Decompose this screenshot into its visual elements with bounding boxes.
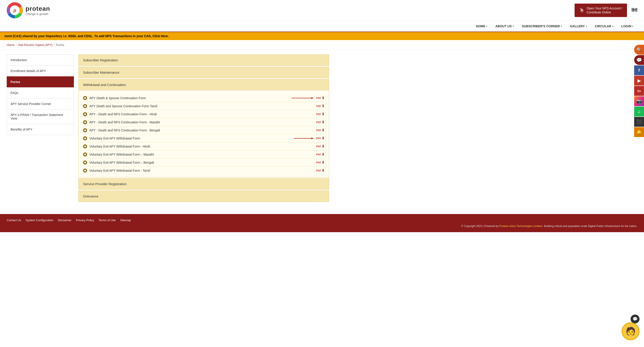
pdf-badge[interactable]: PDF ⬇ xyxy=(316,96,324,100)
nps-icon: 🖱 xyxy=(579,7,584,14)
pdf-badge[interactable]: PDF ⬇ xyxy=(316,136,324,140)
pdf-badge[interactable]: PDF ⬇ xyxy=(316,144,324,148)
bullet-icon xyxy=(83,96,87,100)
accordion-withdrawal-continuation[interactable]: Withdrawal and Continuation xyxy=(78,79,329,90)
footer-link-terms[interactable]: Terms of Use xyxy=(98,218,116,222)
logo-circle-icon: p xyxy=(7,2,23,18)
bullet-icon xyxy=(83,128,87,132)
bullet-icon xyxy=(83,152,87,156)
sidebar-item-benefits[interactable]: Benefits of APY xyxy=(7,124,74,135)
quora-icon-btn[interactable]: Qu xyxy=(634,86,644,96)
list-item: Voluntary Exit APY Withdrawal Form - Hin… xyxy=(83,142,324,150)
footer-link-disclaimer[interactable]: Disclaimer xyxy=(58,218,72,222)
pdf-badge[interactable]: PDF ⬇ xyxy=(316,112,324,116)
form-link-apy-death-spouse-tamil[interactable]: APY Death and Spouse Continuation Form T… xyxy=(89,104,314,108)
pdf-badge[interactable]: PDF ⬇ xyxy=(316,160,324,164)
nav-home[interactable]: HOME ▾ xyxy=(472,21,491,32)
sidebar-item-enrollment[interactable]: Enrollment details of APY xyxy=(7,65,74,76)
footer-link-privacy[interactable]: Privacy Policy xyxy=(76,218,94,222)
pdf-badge[interactable]: PDF ⬇ xyxy=(316,128,324,132)
sidebar-item-introduction[interactable]: Introduction xyxy=(7,54,74,65)
breadcrumb-sep: / xyxy=(16,43,17,46)
list-item: Voluntary Exit APY Withdrawal Form - Tam… xyxy=(83,166,324,174)
footer: Contact Us System Configuration Disclaim… xyxy=(0,214,644,232)
accordion-grievance[interactable]: Grievance xyxy=(78,190,329,202)
form-link-apy-death-spouse[interactable]: APY Death & Spouse Continuation Form xyxy=(89,96,288,100)
sidebar: Introduction Enrollment details of APY F… xyxy=(7,54,74,203)
sidebar-item-epran[interactable]: APY e-PRAN / Transaction Statement View xyxy=(7,109,74,124)
spotify-icon-btn[interactable]: ♫ xyxy=(634,106,644,116)
breadcrumb-current: Forms xyxy=(56,43,64,46)
pdf-icon: ⬇ xyxy=(322,120,324,124)
sidebar-item-faqs[interactable]: FAQs xyxy=(7,87,74,98)
withdrawal-continuation-body: APY Death & Spouse Continuation Form PDF… xyxy=(78,91,329,177)
svg-marker-1 xyxy=(311,97,314,99)
footer-link-sitemap[interactable]: Sitemap xyxy=(120,218,131,222)
facebook-icon-btn[interactable]: f xyxy=(634,65,644,75)
accordion-subscriber-registration[interactable]: Subscriber Registration xyxy=(78,54,329,66)
search-icon-btn[interactable]: 🔍 xyxy=(634,45,644,54)
brand-name: protean xyxy=(26,5,50,12)
bullet-icon xyxy=(83,120,87,124)
header: p protean Change is growth 🖱 Open Your N… xyxy=(0,0,644,21)
pdf-icon: ⬇ xyxy=(322,152,324,156)
list-item: APY - Death and NPS Continuation Form - … xyxy=(83,110,324,118)
nav-subscribers-corner[interactable]: SUBSCRIBER'S CORNER ▾ xyxy=(518,21,566,32)
brand-tagline: Change is growth xyxy=(26,12,50,16)
bullet-icon xyxy=(83,112,87,116)
instagram-icon-btn[interactable]: 📷 xyxy=(634,96,644,106)
footer-copyright: © Copyright 2024 | Powered by Protean eG… xyxy=(7,224,637,228)
notification-icon-btn[interactable]: 🔔 xyxy=(634,127,644,137)
svg-marker-3 xyxy=(311,138,314,139)
marquee-banner: ment (CAS) shared by your Depository i.e… xyxy=(0,32,644,40)
hindi-language-button[interactable]: हिंदी xyxy=(632,8,637,13)
youtube-icon-btn[interactable]: ▶ xyxy=(634,76,644,86)
arrow-annotation xyxy=(294,137,314,140)
nav-about-us[interactable]: ABOUT US ▾ xyxy=(491,21,518,32)
logo-area: p protean Change is growth xyxy=(7,2,50,18)
pdf-icon: ⬇ xyxy=(322,160,324,164)
list-item: APY Death and Spouse Continuation Form T… xyxy=(83,102,324,110)
footer-company-link[interactable]: Protean eGov Technologies Limited xyxy=(499,224,542,228)
form-link-voluntary-exit[interactable]: Voluntary Exit APY Withdrawal Form xyxy=(89,136,290,140)
pdf-icon: ⬇ xyxy=(322,128,324,132)
footer-link-system-config[interactable]: System Configuration xyxy=(26,218,53,222)
breadcrumb-apy[interactable]: Atal Pension Yojana (APY) xyxy=(18,43,52,46)
pdf-icon: ⬇ xyxy=(322,136,324,140)
pdf-badge[interactable]: PDF ⬇ xyxy=(316,152,324,156)
form-link-voluntary-exit-hindi[interactable]: Voluntary Exit APY Withdrawal Form - Hin… xyxy=(89,144,314,148)
sidebar-item-forms[interactable]: Forms xyxy=(7,76,74,87)
pdf-icon: ⬇ xyxy=(322,112,324,116)
form-link-voluntary-exit-bengali[interactable]: Voluntary Exit APY Withdrawal Form – Ben… xyxy=(89,161,314,164)
main-nav: HOME ▾ ABOUT US ▾ SUBSCRIBER'S CORNER ▾ … xyxy=(0,21,644,32)
list-item: Voluntary Exit APY Withdrawal Form – Mar… xyxy=(83,150,324,158)
bullet-icon xyxy=(83,168,87,172)
form-link-death-nps-bengali[interactable]: APY - Death and NPS Continuation Form - … xyxy=(89,128,314,132)
nav-circular[interactable]: CIRCULAR ▾ xyxy=(591,21,617,32)
bullet-icon xyxy=(83,144,87,148)
footer-link-contact[interactable]: Contact Us xyxy=(7,218,21,222)
nav-login[interactable]: LOGIN ▾ xyxy=(617,21,637,32)
breadcrumb-home[interactable]: Home xyxy=(7,43,14,46)
form-link-death-nps-marathi[interactable]: APY - Death and NPS Continuation Form - … xyxy=(89,120,314,124)
form-link-voluntary-exit-tamil[interactable]: Voluntary Exit APY Withdrawal Form - Tam… xyxy=(89,169,314,172)
pdf-badge[interactable]: PDF ⬇ xyxy=(316,168,324,172)
chevron-down-icon: ▾ xyxy=(586,25,587,28)
chat-icon-btn[interactable]: 💬 xyxy=(634,55,644,65)
app-icon-btn[interactable]: ⬛ xyxy=(634,117,644,127)
accordion-service-provider[interactable]: Service Provider Registration xyxy=(78,178,329,190)
nav-gallery[interactable]: GALLERY ▾ xyxy=(566,21,591,32)
pdf-badge[interactable]: PDF ⬇ xyxy=(316,104,324,108)
form-link-voluntary-exit-marathi[interactable]: Voluntary Exit APY Withdrawal Form – Mar… xyxy=(89,153,314,156)
form-link-death-nps-hindi[interactable]: APY - Death and NPS Continuation Form - … xyxy=(89,112,314,116)
bullet-icon xyxy=(83,136,87,140)
arrow-annotation xyxy=(292,96,314,100)
bullet-icon xyxy=(83,104,87,108)
list-item: Voluntary Exit APY Withdrawal Form – Ben… xyxy=(83,158,324,166)
accordion-subscriber-maintenance[interactable]: Subscriber Maintenance xyxy=(78,67,329,78)
sidebar-item-service-provider[interactable]: APY Service Provider Corner xyxy=(7,98,74,109)
pdf-badge[interactable]: PDF ⬇ xyxy=(316,120,324,124)
list-item: APY - Death and NPS Continuation Form - … xyxy=(83,126,324,134)
nps-account-button[interactable]: 🖱 Open Your NPS Account / Contribute Onl… xyxy=(574,4,627,17)
nps-btn-text: Open Your NPS Account / Contribute Onlin… xyxy=(587,6,622,14)
